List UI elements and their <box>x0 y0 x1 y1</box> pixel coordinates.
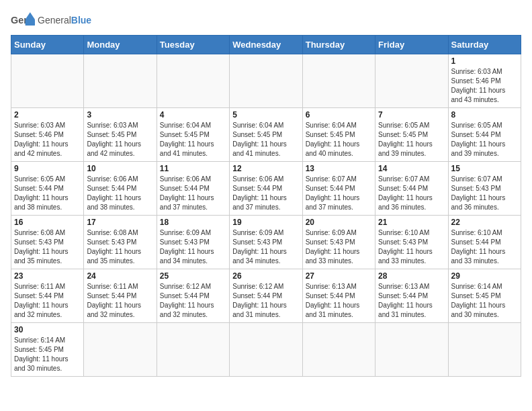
calendar-cell: 23Sunrise: 6:11 AM Sunset: 5:44 PM Dayli… <box>11 269 84 323</box>
calendar-cell: 6Sunrise: 6:04 AM Sunset: 5:45 PM Daylig… <box>302 108 375 162</box>
day-info: Sunrise: 6:08 AM Sunset: 5:43 PM Dayligh… <box>14 228 81 266</box>
day-info: Sunrise: 6:09 AM Sunset: 5:43 PM Dayligh… <box>232 228 299 266</box>
day-info: Sunrise: 6:13 AM Sunset: 5:44 PM Dayligh… <box>378 282 445 320</box>
calendar-cell <box>302 54 375 108</box>
weekday-header: Friday <box>375 36 448 54</box>
calendar-cell <box>375 54 448 108</box>
day-number: 19 <box>232 218 299 227</box>
day-info: Sunrise: 6:07 AM Sunset: 5:43 PM Dayligh… <box>451 175 518 212</box>
day-info: Sunrise: 6:05 AM Sunset: 5:44 PM Dayligh… <box>14 175 81 212</box>
weekday-header: Sunday <box>11 36 84 54</box>
weekday-header: Wednesday <box>230 36 302 54</box>
day-number: 4 <box>160 110 226 120</box>
day-info: Sunrise: 6:10 AM Sunset: 5:44 PM Dayligh… <box>451 228 518 266</box>
day-info: Sunrise: 6:14 AM Sunset: 5:45 PM Dayligh… <box>451 282 518 320</box>
calendar-cell: 8Sunrise: 6:05 AM Sunset: 5:44 PM Daylig… <box>448 108 521 162</box>
day-info: Sunrise: 6:13 AM Sunset: 5:44 PM Dayligh… <box>306 282 372 320</box>
day-number: 30 <box>14 325 81 334</box>
calendar-cell: 7Sunrise: 6:05 AM Sunset: 5:45 PM Daylig… <box>375 108 448 162</box>
calendar-cell: 25Sunrise: 6:12 AM Sunset: 5:44 PM Dayli… <box>157 269 229 323</box>
day-info: Sunrise: 6:04 AM Sunset: 5:45 PM Dayligh… <box>232 121 299 158</box>
calendar-cell: 13Sunrise: 6:07 AM Sunset: 5:44 PM Dayli… <box>302 162 375 216</box>
day-info: Sunrise: 6:09 AM Sunset: 5:43 PM Dayligh… <box>160 228 226 266</box>
calendar-week-row: 23Sunrise: 6:11 AM Sunset: 5:44 PM Dayli… <box>11 269 521 323</box>
calendar-cell: 18Sunrise: 6:09 AM Sunset: 5:43 PM Dayli… <box>157 216 229 269</box>
calendar-week-row: 30Sunrise: 6:14 AM Sunset: 5:45 PM Dayli… <box>11 323 521 377</box>
weekday-header: Thursday <box>302 36 375 54</box>
day-number: 18 <box>160 218 226 227</box>
day-info: Sunrise: 6:12 AM Sunset: 5:44 PM Dayligh… <box>232 282 299 320</box>
calendar-cell: 27Sunrise: 6:13 AM Sunset: 5:44 PM Dayli… <box>302 269 375 323</box>
page-header: General GeneralBlue <box>11 11 521 30</box>
calendar-cell: 11Sunrise: 6:06 AM Sunset: 5:44 PM Dayli… <box>157 162 229 216</box>
calendar-cell: 28Sunrise: 6:13 AM Sunset: 5:44 PM Dayli… <box>375 269 448 323</box>
day-number: 21 <box>378 218 445 227</box>
calendar-cell <box>230 54 302 108</box>
calendar-cell: 14Sunrise: 6:07 AM Sunset: 5:44 PM Dayli… <box>375 162 448 216</box>
day-number: 11 <box>160 164 226 173</box>
day-info: Sunrise: 6:06 AM Sunset: 5:44 PM Dayligh… <box>87 175 153 212</box>
weekday-header: Saturday <box>448 36 521 54</box>
day-info: Sunrise: 6:09 AM Sunset: 5:43 PM Dayligh… <box>306 228 372 266</box>
calendar-cell <box>230 323 302 377</box>
day-info: Sunrise: 6:04 AM Sunset: 5:45 PM Dayligh… <box>306 121 372 158</box>
calendar-cell: 16Sunrise: 6:08 AM Sunset: 5:43 PM Dayli… <box>11 216 84 269</box>
calendar-header: SundayMondayTuesdayWednesdayThursdayFrid… <box>11 36 521 54</box>
day-info: Sunrise: 6:14 AM Sunset: 5:45 PM Dayligh… <box>14 336 81 373</box>
calendar-cell <box>375 323 448 377</box>
day-number: 9 <box>14 164 81 173</box>
calendar-cell: 3Sunrise: 6:03 AM Sunset: 5:45 PM Daylig… <box>84 108 157 162</box>
calendar-cell <box>302 323 375 377</box>
day-number: 15 <box>451 164 518 173</box>
day-number: 29 <box>451 271 518 281</box>
day-number: 10 <box>87 164 153 173</box>
day-info: Sunrise: 6:03 AM Sunset: 5:45 PM Dayligh… <box>87 121 153 158</box>
calendar-cell: 4Sunrise: 6:04 AM Sunset: 5:45 PM Daylig… <box>157 108 229 162</box>
svg-rect-2 <box>26 19 35 26</box>
logo: General GeneralBlue <box>11 11 91 30</box>
calendar-cell: 2Sunrise: 6:03 AM Sunset: 5:46 PM Daylig… <box>11 108 84 162</box>
calendar-week-row: 2Sunrise: 6:03 AM Sunset: 5:46 PM Daylig… <box>11 108 521 162</box>
day-info: Sunrise: 6:08 AM Sunset: 5:43 PM Dayligh… <box>87 228 153 266</box>
day-number: 3 <box>87 110 153 120</box>
day-info: Sunrise: 6:07 AM Sunset: 5:44 PM Dayligh… <box>378 175 445 212</box>
calendar-cell: 9Sunrise: 6:05 AM Sunset: 5:44 PM Daylig… <box>11 162 84 216</box>
calendar-cell <box>157 323 229 377</box>
day-number: 8 <box>451 110 518 120</box>
day-info: Sunrise: 6:03 AM Sunset: 5:46 PM Dayligh… <box>14 121 81 158</box>
day-number: 12 <box>232 164 299 173</box>
calendar-cell: 29Sunrise: 6:14 AM Sunset: 5:45 PM Dayli… <box>448 269 521 323</box>
day-number: 7 <box>378 110 445 120</box>
day-number: 23 <box>14 271 81 281</box>
calendar-cell <box>11 54 84 108</box>
day-number: 6 <box>306 110 372 120</box>
calendar-cell: 15Sunrise: 6:07 AM Sunset: 5:43 PM Dayli… <box>448 162 521 216</box>
day-number: 13 <box>306 164 372 173</box>
calendar-week-row: 1Sunrise: 6:03 AM Sunset: 5:46 PM Daylig… <box>11 54 521 108</box>
calendar-cell <box>448 323 521 377</box>
calendar-cell: 1Sunrise: 6:03 AM Sunset: 5:46 PM Daylig… <box>448 54 521 108</box>
calendar-cell: 20Sunrise: 6:09 AM Sunset: 5:43 PM Dayli… <box>302 216 375 269</box>
weekday-header: Monday <box>84 36 157 54</box>
day-number: 17 <box>87 218 153 227</box>
day-info: Sunrise: 6:12 AM Sunset: 5:44 PM Dayligh… <box>160 282 226 320</box>
calendar-cell: 22Sunrise: 6:10 AM Sunset: 5:44 PM Dayli… <box>448 216 521 269</box>
day-info: Sunrise: 6:07 AM Sunset: 5:44 PM Dayligh… <box>306 175 372 212</box>
calendar-week-row: 16Sunrise: 6:08 AM Sunset: 5:43 PM Dayli… <box>11 216 521 269</box>
day-number: 20 <box>306 218 372 227</box>
calendar-week-row: 9Sunrise: 6:05 AM Sunset: 5:44 PM Daylig… <box>11 162 521 216</box>
day-number: 5 <box>232 110 299 120</box>
calendar-cell <box>157 54 229 108</box>
calendar-cell: 17Sunrise: 6:08 AM Sunset: 5:43 PM Dayli… <box>84 216 157 269</box>
calendar-cell <box>84 54 157 108</box>
calendar-cell <box>84 323 157 377</box>
day-number: 14 <box>378 164 445 173</box>
weekday-header: Tuesday <box>157 36 229 54</box>
calendar-cell: 19Sunrise: 6:09 AM Sunset: 5:43 PM Dayli… <box>230 216 302 269</box>
calendar-cell: 12Sunrise: 6:06 AM Sunset: 5:44 PM Dayli… <box>230 162 302 216</box>
day-info: Sunrise: 6:11 AM Sunset: 5:44 PM Dayligh… <box>87 282 153 320</box>
day-info: Sunrise: 6:05 AM Sunset: 5:44 PM Dayligh… <box>451 121 518 158</box>
day-number: 16 <box>14 218 81 227</box>
day-info: Sunrise: 6:05 AM Sunset: 5:45 PM Dayligh… <box>378 121 445 158</box>
calendar-cell: 10Sunrise: 6:06 AM Sunset: 5:44 PM Dayli… <box>84 162 157 216</box>
